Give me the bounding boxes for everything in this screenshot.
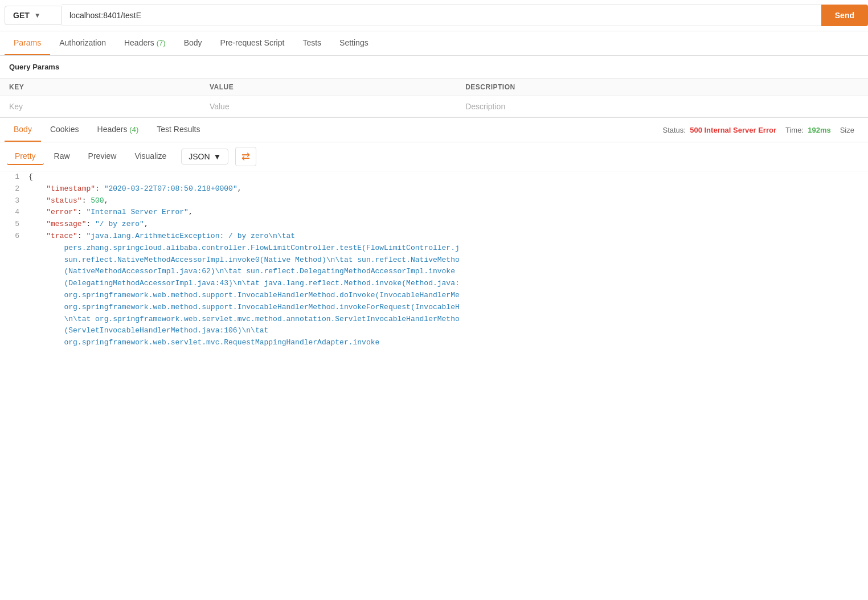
col-value: VALUE bbox=[200, 79, 456, 96]
col-key: KEY bbox=[0, 79, 200, 96]
params-table: KEY VALUE DESCRIPTION Key Value Descript… bbox=[0, 78, 868, 117]
size-label: Size bbox=[840, 126, 854, 134]
response-status-bar: Status: 500 Internal Server Error Time: … bbox=[663, 126, 864, 134]
json-line: 1{ bbox=[0, 171, 868, 183]
line-number: 2 bbox=[0, 183, 28, 195]
line-content: pers.zhang.springcloud.alibaba.controlle… bbox=[28, 243, 868, 254]
tab-body[interactable]: Body bbox=[175, 31, 211, 55]
format-tab-pretty[interactable]: Pretty bbox=[7, 148, 44, 165]
line-content: org.springframework.web.method.support.I… bbox=[28, 302, 868, 314]
line-content: "timestamp": "2020-03-22T07:08:50.218+00… bbox=[28, 183, 868, 195]
time-value: 192ms bbox=[808, 126, 830, 134]
line-content: { bbox=[28, 171, 868, 183]
line-number: 5 bbox=[0, 219, 28, 231]
json-line: pers.zhang.springcloud.alibaba.controlle… bbox=[0, 243, 868, 254]
resp-tab-body[interactable]: Body bbox=[5, 118, 41, 142]
wrap-button[interactable]: ⇄ bbox=[235, 147, 256, 166]
status-code: 500 Internal Server Error bbox=[690, 126, 776, 134]
json-line: 6 "trace": "java.lang.ArithmeticExceptio… bbox=[0, 231, 868, 243]
line-content: (DelegatingMethodAccessorImpl.java:43)\n… bbox=[28, 278, 868, 290]
json-body: 1{2 "timestamp": "2020-03-22T07:08:50.21… bbox=[0, 171, 868, 479]
value-placeholder[interactable]: Value bbox=[200, 96, 456, 117]
send-button[interactable]: Send bbox=[821, 5, 868, 26]
resp-tab-headers[interactable]: Headers (4) bbox=[88, 118, 148, 142]
tab-settings[interactable]: Settings bbox=[330, 31, 378, 55]
url-bar: GET ▼ Send bbox=[0, 0, 868, 31]
method-select[interactable]: GET ▼ bbox=[5, 6, 62, 25]
line-content: "error": "Internal Server Error", bbox=[28, 207, 868, 219]
status-label: Status: 500 Internal Server Error bbox=[663, 126, 776, 134]
method-label: GET bbox=[13, 11, 30, 20]
chevron-down-icon: ▼ bbox=[34, 11, 41, 19]
body-format-bar: Pretty Raw Preview Visualize JSON ▼ ⇄ bbox=[0, 142, 868, 171]
key-placeholder[interactable]: Key bbox=[0, 96, 200, 117]
json-line: 3 "status": 500, bbox=[0, 195, 868, 207]
json-line: 4 "error": "Internal Server Error", bbox=[0, 207, 868, 219]
tab-params[interactable]: Params bbox=[5, 31, 50, 55]
response-section: Body Cookies Headers (4) Test Results St… bbox=[0, 117, 868, 479]
line-content: (NativeMethodAccessorImpl.java:62)\n\tat… bbox=[28, 266, 868, 278]
url-input[interactable] bbox=[62, 5, 822, 26]
json-line: org.springframework.web.servlet.mvc.Requ… bbox=[0, 337, 868, 349]
json-line: 5 "message": "/ by zero", bbox=[0, 219, 868, 231]
format-tab-visualize[interactable]: Visualize bbox=[126, 148, 174, 165]
col-description: DESCRIPTION bbox=[456, 79, 868, 96]
request-tabs: Params Authorization Headers (7) Body Pr… bbox=[0, 31, 868, 56]
json-line: org.springframework.web.method.support.I… bbox=[0, 290, 868, 302]
response-tabs-bar: Body Cookies Headers (4) Test Results St… bbox=[0, 118, 868, 142]
query-params-section: Query Params KEY VALUE DESCRIPTION Key V… bbox=[0, 56, 868, 117]
table-row: Key Value Description bbox=[0, 96, 868, 117]
line-content: "message": "/ by zero", bbox=[28, 219, 868, 231]
tab-headers[interactable]: Headers (7) bbox=[115, 31, 175, 55]
line-number: 3 bbox=[0, 195, 28, 207]
line-content: org.springframework.web.servlet.mvc.Requ… bbox=[28, 337, 868, 349]
json-line: (ServletInvocableHandlerMethod.java:106)… bbox=[0, 325, 868, 337]
line-content: "trace": "java.lang.ArithmeticException:… bbox=[28, 231, 868, 243]
json-line: \n\tat org.springframework.web.servlet.m… bbox=[0, 314, 868, 326]
json-line: 2 "timestamp": "2020-03-22T07:08:50.218+… bbox=[0, 183, 868, 195]
resp-tab-cookies[interactable]: Cookies bbox=[41, 118, 88, 142]
line-number: 4 bbox=[0, 207, 28, 219]
chevron-down-icon: ▼ bbox=[214, 152, 222, 161]
line-content: (ServletInvocableHandlerMethod.java:106)… bbox=[28, 325, 868, 337]
tab-authorization[interactable]: Authorization bbox=[50, 31, 115, 55]
json-line: sun.reflect.NativeMethodAccessorImpl.inv… bbox=[0, 254, 868, 266]
tab-pre-request[interactable]: Pre-request Script bbox=[211, 31, 294, 55]
resp-tab-test-results[interactable]: Test Results bbox=[148, 118, 209, 142]
tab-tests[interactable]: Tests bbox=[293, 31, 330, 55]
line-content: org.springframework.web.method.support.I… bbox=[28, 290, 868, 302]
line-content: \n\tat org.springframework.web.servlet.m… bbox=[28, 314, 868, 326]
line-number: 6 bbox=[0, 231, 28, 243]
json-format-select[interactable]: JSON ▼ bbox=[181, 149, 228, 165]
json-line: org.springframework.web.method.support.I… bbox=[0, 302, 868, 314]
time-label: Time: 192ms bbox=[785, 126, 831, 134]
description-placeholder[interactable]: Description bbox=[456, 96, 868, 117]
json-line: (DelegatingMethodAccessorImpl.java:43)\n… bbox=[0, 278, 868, 290]
line-content: sun.reflect.NativeMethodAccessorImpl.inv… bbox=[28, 254, 868, 266]
line-content: "status": 500, bbox=[28, 195, 868, 207]
json-line: (NativeMethodAccessorImpl.java:62)\n\tat… bbox=[0, 266, 868, 278]
line-number: 1 bbox=[0, 171, 28, 183]
query-params-title: Query Params bbox=[0, 56, 868, 78]
format-tab-raw[interactable]: Raw bbox=[46, 148, 78, 165]
format-tab-preview[interactable]: Preview bbox=[80, 148, 125, 165]
